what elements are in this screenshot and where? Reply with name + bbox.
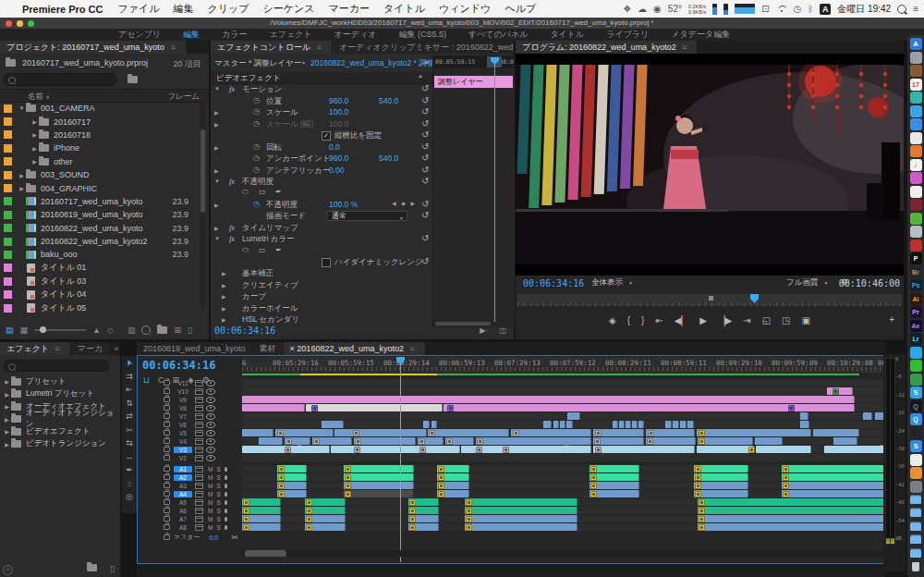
clip-A5[interactable] [242,498,281,506]
ram-meter-icon[interactable] [723,4,728,15]
track-name[interactable]: V8 [174,405,192,411]
track-name[interactable]: A8 [174,524,192,531]
clip-V4[interactable] [312,437,352,445]
twirl-icon[interactable]: ▼ [214,236,220,241]
menu-clock[interactable]: 金曜日 19:42 [837,3,891,16]
solo-button[interactable]: S [216,491,220,497]
fx-badge-icon[interactable] [409,524,416,531]
dock-twitter-icon[interactable] [910,347,922,359]
label-color-swatch[interactable] [4,277,12,286]
effect-row[interactable]: ▶基本補正 [211,268,432,279]
dock-trash-icon[interactable] [910,561,922,573]
project-item[interactable]: 20160822_wed_uma_kyoto23.9 [0,222,201,235]
track-name[interactable]: A7 [174,516,192,522]
extract-button[interactable]: ◳ [782,315,790,325]
effect-row[interactable]: ▶回転◷0.0↺ [211,142,432,153]
dock-gear-app-icon[interactable] [910,481,922,493]
clip-A7[interactable] [242,515,281,522]
tool-track-select-forward[interactable]: ⇉ [123,370,136,384]
track-header-A6[interactable]: A6MS [138,507,242,514]
dock-app-gray-icon[interactable] [910,52,922,64]
fx-badge-icon[interactable] [345,491,351,497]
clip-V6[interactable] [632,421,638,428]
step-forward-button[interactable]: ▕▶ [718,315,732,325]
dock-folder-3-icon[interactable] [910,521,922,533]
twirl-icon[interactable]: ▼ [18,105,26,111]
track-output-icon[interactable] [206,422,215,428]
dock-shazam-icon[interactable]: S [910,440,922,452]
track-output-icon[interactable] [206,380,215,387]
menu-item[interactable]: ヘルプ [505,2,536,16]
dock-textedit-icon[interactable] [910,454,922,466]
play-around-icon[interactable]: ▶· [480,326,488,335]
fx-badge-icon[interactable] [243,524,249,531]
track-lane-V11[interactable] [242,379,884,387]
sync-lock-icon[interactable] [195,491,203,497]
input-source-icon[interactable]: A [820,4,831,15]
effects-folder[interactable]: ▶ビデオトランジション [0,438,120,451]
project-item[interactable]: ▶003_SOUND [0,168,201,181]
fx-badge-icon[interactable] [648,430,654,436]
dock-knot-red-icon[interactable] [910,239,922,252]
fx-badge-icon[interactable] [513,430,519,436]
clip-V6[interactable] [638,421,644,428]
menu-item[interactable]: ウィンドウ [439,2,491,16]
track-name[interactable]: V9 [174,397,192,403]
property-value[interactable]: 0.0 [329,142,340,152]
voiceover-mic-icon[interactable] [225,475,227,480]
project-column-headers[interactable]: 名前 ∧ フレーム [0,89,209,103]
weather-temp[interactable]: 52° [668,5,682,14]
clip-V5[interactable] [646,429,695,436]
clip-A1[interactable] [782,465,884,473]
clip-V7[interactable] [567,412,580,420]
tool-slide[interactable]: ↔ [123,450,136,464]
fx-badge-icon[interactable] [590,474,597,481]
list-view-button[interactable]: ▤ [6,325,14,335]
fx-badge-icon[interactable] [306,516,312,522]
clip-V6[interactable] [665,421,672,428]
fx-badge-icon[interactable] [278,483,285,489]
add-marker-button[interactable]: ◈ [609,315,616,325]
dock-color-app-icon[interactable] [910,172,922,184]
dock-chrome-icon[interactable] [910,132,922,144]
workspace-tab[interactable]: メタデータ編集 [671,29,730,41]
tool-pen[interactable]: ✒ [123,463,136,477]
dock-itunes-icon[interactable]: ♪ [910,159,922,171]
sync-lock-icon[interactable] [195,447,203,453]
reset-icon[interactable]: ↺ [421,118,429,129]
fx-badge-icon[interactable] [306,508,312,514]
dock-messages-icon[interactable] [910,105,922,117]
mark-in-button[interactable]: { [627,315,630,325]
clip-V6[interactable] [432,421,437,428]
clip-V6[interactable] [619,421,625,428]
dock-line-icon[interactable] [910,360,922,372]
label-color-swatch[interactable] [4,224,12,232]
track-header-V4[interactable]: V4 [138,437,242,445]
clip-A7[interactable] [465,515,578,522]
workspace-tab[interactable]: タイトル [550,29,584,41]
dock-folder-1-icon[interactable] [910,494,922,506]
dock-folder-5-icon[interactable] [910,547,922,559]
voiceover-mic-icon[interactable] [225,517,227,522]
fx-badge-icon[interactable] [699,524,705,531]
chevron-down-icon[interactable]: ▼ [301,60,306,66]
clip-V6[interactable] [687,421,694,428]
track-header-A2[interactable]: A2MS [138,473,242,481]
cloud-icon[interactable]: ☁ [638,5,647,14]
fx-badge-icon[interactable] [783,474,789,481]
lock-icon[interactable] [164,534,170,540]
reset-icon[interactable]: ↺ [421,210,429,220]
zoom-level-select[interactable]: 全体表示▼ [591,277,633,288]
voiceover-mic-icon[interactable] [225,467,227,472]
twirl-icon[interactable]: ▶ [222,270,226,276]
fx-badge-icon[interactable] [354,447,360,453]
project-item[interactable]: タイトル 04 [0,288,201,301]
new-custom-bin-icon[interactable] [87,564,97,571]
clip-A4[interactable] [277,490,307,497]
expand-icon[interactable]: ▶ [424,58,429,65]
fx-badge-icon[interactable] [477,438,483,445]
find-button[interactable] [141,325,151,335]
clip-V4[interactable] [755,437,783,445]
fx-badge-icon[interactable] [595,447,602,453]
panel-menu-icon[interactable]: ≡ [52,344,64,353]
